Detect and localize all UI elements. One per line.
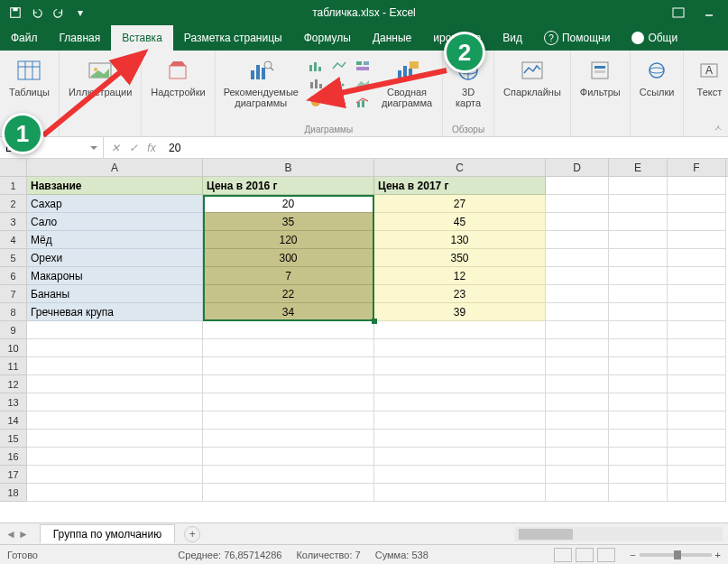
cell[interactable]: 23	[374, 285, 546, 303]
cell[interactable]	[668, 466, 726, 484]
cell[interactable]	[609, 393, 668, 411]
cell[interactable]	[668, 231, 726, 249]
cell[interactable]	[203, 321, 374, 339]
cell[interactable]	[668, 393, 726, 411]
row-header[interactable]: 4	[0, 231, 27, 249]
cell[interactable]	[374, 321, 546, 339]
cell[interactable]	[203, 466, 374, 484]
col-header-a[interactable]: A	[27, 159, 203, 176]
tab-formulas[interactable]: Формулы	[293, 25, 362, 51]
save-button[interactable]	[5, 3, 25, 23]
qa-customize-icon[interactable]: ▾	[70, 3, 90, 23]
cell[interactable]	[668, 177, 726, 195]
cell[interactable]	[203, 430, 374, 448]
sheet-tab-default[interactable]: Группа по умолчанию	[40, 524, 175, 543]
cell[interactable]	[668, 249, 726, 267]
cell[interactable]	[203, 411, 374, 430]
row-header[interactable]: 6	[0, 267, 27, 285]
cell[interactable]	[546, 267, 609, 285]
spreadsheet-grid[interactable]: A B C D E F 1 Навзание Цена в 2016 г Цен…	[0, 159, 728, 502]
cell[interactable]	[203, 339, 374, 357]
cell[interactable]	[546, 285, 609, 303]
cell[interactable]	[609, 448, 668, 466]
undo-button[interactable]	[27, 3, 47, 23]
redo-button[interactable]	[49, 3, 69, 23]
cell[interactable]	[203, 375, 374, 393]
row-header[interactable]: 10	[0, 339, 27, 357]
row-header[interactable]: 13	[0, 393, 27, 411]
cell[interactable]	[546, 430, 609, 448]
cell[interactable]	[546, 393, 609, 411]
col-header-d[interactable]: D	[546, 159, 609, 176]
cell[interactable]: 350	[374, 249, 546, 267]
cell[interactable]	[546, 321, 609, 339]
row-header[interactable]: 18	[0, 484, 27, 502]
cell[interactable]	[668, 448, 726, 466]
cell[interactable]: 300	[203, 249, 374, 267]
cell[interactable]: 7	[203, 267, 374, 285]
cell[interactable]	[374, 430, 546, 448]
cell[interactable]	[374, 375, 546, 393]
cell[interactable]	[374, 466, 546, 484]
cell[interactable]: Цена в 2016 г	[203, 177, 374, 195]
row-header[interactable]: 1	[0, 177, 27, 195]
row-header[interactable]: 8	[0, 303, 27, 321]
links-button[interactable]: Ссылки	[636, 54, 678, 99]
col-header-e[interactable]: E	[609, 159, 668, 176]
cell[interactable]	[668, 267, 726, 285]
cell[interactable]: 35	[203, 213, 374, 231]
cell[interactable]	[609, 177, 668, 195]
cell[interactable]	[546, 375, 609, 393]
filters-button[interactable]: Фильтры	[576, 54, 624, 99]
cell[interactable]	[609, 430, 668, 448]
cell[interactable]	[609, 484, 668, 502]
cell[interactable]	[27, 375, 203, 393]
cell[interactable]	[27, 321, 203, 339]
sparklines-button[interactable]: Спарклайны	[500, 54, 565, 99]
cell[interactable]	[668, 195, 726, 213]
cell[interactable]	[546, 339, 609, 357]
cell[interactable]	[546, 249, 609, 267]
row-header[interactable]: 12	[0, 375, 27, 393]
row-header[interactable]: 7	[0, 285, 27, 303]
cell[interactable]: Гречневая крупа	[27, 303, 203, 321]
cell[interactable]: 22	[203, 285, 374, 303]
cell[interactable]: Цена в 2017 г	[374, 177, 546, 195]
cell[interactable]	[668, 411, 726, 430]
cell[interactable]	[546, 213, 609, 231]
cell[interactable]: Бананы	[27, 285, 203, 303]
cell[interactable]	[203, 393, 374, 411]
cell[interactable]: Навзание	[27, 177, 203, 195]
cell[interactable]	[27, 339, 203, 357]
view-normal-icon[interactable]	[554, 548, 572, 562]
cell[interactable]	[609, 285, 668, 303]
row-header[interactable]: 9	[0, 321, 27, 339]
cell[interactable]: Мёд	[27, 231, 203, 249]
cell[interactable]	[374, 357, 546, 375]
cell[interactable]	[609, 267, 668, 285]
cell[interactable]	[546, 484, 609, 502]
new-sheet-button[interactable]: +	[184, 526, 200, 542]
row-header[interactable]: 17	[0, 466, 27, 484]
cell[interactable]	[546, 177, 609, 195]
cell[interactable]	[27, 411, 203, 430]
recommended-charts-button[interactable]: Рекомендуемые диаграммы	[221, 54, 301, 110]
cell[interactable]	[668, 430, 726, 448]
cell[interactable]	[546, 448, 609, 466]
select-all-corner[interactable]	[0, 159, 27, 176]
sheet-nav-prev-icon[interactable]: ◄	[5, 528, 16, 541]
cell[interactable]: 130	[374, 231, 546, 249]
cell[interactable]	[374, 339, 546, 357]
cell[interactable]: 39	[374, 303, 546, 321]
cell[interactable]	[203, 484, 374, 502]
row-header[interactable]: 2	[0, 195, 27, 213]
col-header-b[interactable]: B	[203, 159, 374, 176]
cell[interactable]	[668, 484, 726, 502]
row-header[interactable]: 11	[0, 357, 27, 375]
zoom-out-icon[interactable]: −	[630, 550, 635, 560]
formula-input[interactable]: 20	[163, 142, 728, 154]
cell[interactable]	[546, 303, 609, 321]
cell[interactable]	[668, 357, 726, 375]
tab-tell-me[interactable]: Помощни	[533, 25, 621, 51]
tab-share[interactable]: Общи	[621, 25, 688, 51]
